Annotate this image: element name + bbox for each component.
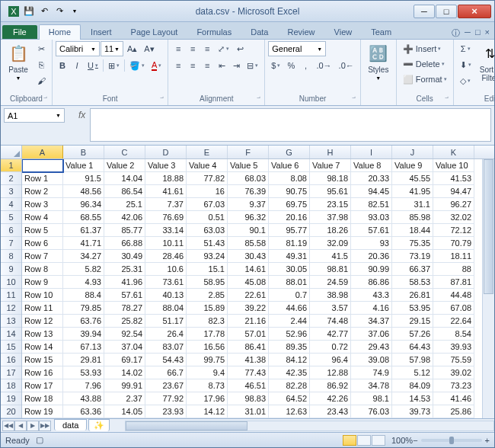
cell[interactable]: 14.02 [104, 366, 145, 379]
col-header[interactable]: E [187, 146, 228, 158]
col-header[interactable]: F [228, 146, 269, 158]
cell[interactable]: 85.98 [392, 211, 433, 224]
cell[interactable]: Value 1 [63, 159, 104, 172]
fill-color-button[interactable]: 🪣 [126, 58, 148, 73]
clear-icon[interactable]: ◇ [457, 73, 474, 88]
cell[interactable]: 57.61 [104, 289, 145, 302]
cell[interactable]: 48.56 [63, 185, 104, 198]
cell[interactable]: 87.81 [433, 276, 474, 289]
normal-view-icon[interactable] [343, 435, 356, 446]
cell[interactable]: 86.54 [104, 185, 145, 198]
cell[interactable]: 66.7 [145, 366, 187, 379]
cell[interactable]: 52.96 [269, 328, 310, 341]
cell[interactable]: 91.5 [63, 172, 104, 185]
align-left-icon[interactable]: ≡ [171, 58, 185, 73]
col-header[interactable]: D [145, 146, 187, 158]
cell[interactable]: 82.3 [187, 315, 228, 328]
vertical-scrollbar[interactable] [482, 159, 494, 418]
macro-record-icon[interactable]: ▢ [36, 435, 43, 445]
align-top-icon[interactable]: ≡ [171, 41, 185, 56]
cell[interactable]: 79.85 [63, 302, 104, 315]
cell[interactable]: 68.03 [228, 172, 269, 185]
cell[interactable]: 17.96 [187, 392, 228, 405]
cell[interactable]: Row 12 [22, 315, 63, 328]
cell[interactable]: 30.43 [228, 250, 269, 263]
decrease-indent-icon[interactable]: ⇤ [215, 58, 228, 73]
cell[interactable]: 67.03 [187, 198, 228, 211]
cell[interactable]: 15.89 [187, 302, 228, 315]
cell[interactable]: 8.54 [433, 328, 474, 341]
cell[interactable]: 82.28 [269, 379, 310, 392]
cell[interactable]: 43.88 [63, 392, 104, 405]
workbook-minimize-icon[interactable]: ─ [465, 27, 471, 39]
tab-team[interactable]: Team [362, 25, 401, 39]
cell[interactable]: 18.44 [392, 224, 433, 237]
decrease-decimal-icon[interactable]: .0← [336, 58, 357, 73]
cell[interactable]: 98.81 [310, 263, 351, 276]
cell[interactable]: 49.31 [269, 250, 310, 263]
cell[interactable]: 93.03 [351, 211, 392, 224]
increase-decimal-icon[interactable]: .0→ [313, 58, 334, 73]
cell[interactable]: 34.78 [351, 379, 392, 392]
sheet-tab[interactable]: data [54, 419, 87, 430]
cell[interactable]: 4.93 [63, 276, 104, 289]
font-name-selector[interactable]: Calibri▼ [56, 41, 100, 56]
cell[interactable]: 70.79 [433, 237, 474, 250]
cell[interactable]: 7.96 [63, 379, 104, 392]
cell[interactable]: Value 8 [351, 159, 392, 172]
cell[interactable]: 17.78 [187, 328, 228, 341]
cell[interactable]: 0.51 [187, 211, 228, 224]
align-right-icon[interactable]: ≡ [200, 58, 214, 73]
cell[interactable]: 2.44 [269, 315, 310, 328]
cell[interactable]: 73.19 [392, 250, 433, 263]
tab-view[interactable]: View [325, 25, 362, 39]
cell[interactable]: 9.37 [228, 198, 269, 211]
shrink-font-icon[interactable]: A▾ [141, 41, 157, 56]
cell[interactable]: Value 6 [269, 159, 310, 172]
cell[interactable]: Row 4 [22, 211, 63, 224]
cell[interactable]: Row 8 [22, 263, 63, 276]
formula-bar[interactable] [90, 108, 491, 142]
workbook-restore-icon[interactable]: □ [475, 27, 481, 39]
tab-insert[interactable]: Insert [81, 25, 121, 39]
cell[interactable]: Row 13 [22, 328, 63, 341]
cell[interactable]: 77.82 [187, 172, 228, 185]
cell[interactable]: 44.48 [433, 289, 474, 302]
cell[interactable]: 25.86 [433, 405, 474, 418]
ribbon-minimize-icon[interactable]: ⓘ [452, 27, 460, 39]
cell[interactable]: 39.94 [63, 328, 104, 341]
cell[interactable]: 77.92 [145, 392, 187, 405]
align-center-icon[interactable]: ≡ [186, 58, 200, 73]
cell[interactable]: 96.34 [63, 198, 104, 211]
cell[interactable]: 86.92 [310, 379, 351, 392]
cell[interactable]: Row 2 [22, 185, 63, 198]
cell[interactable]: 85.77 [104, 224, 145, 237]
cell[interactable]: 41.95 [392, 185, 433, 198]
cell[interactable]: 66.88 [104, 237, 145, 250]
cell[interactable]: 41.96 [104, 276, 145, 289]
cell[interactable]: 4.16 [351, 302, 392, 315]
tab-nav-next-icon[interactable]: ▶ [27, 421, 39, 431]
cell[interactable]: 39.22 [228, 302, 269, 315]
tab-data[interactable]: Data [241, 25, 277, 39]
orientation-icon[interactable]: ⤢ [215, 41, 232, 56]
cell[interactable]: 31.1 [392, 198, 433, 211]
qat-customize-icon[interactable]: ▼ [68, 5, 81, 18]
cell[interactable]: 51.17 [145, 315, 187, 328]
cell[interactable]: 39.08 [351, 354, 392, 366]
maximize-button[interactable]: □ [436, 5, 457, 18]
cell[interactable]: 64.43 [392, 341, 433, 354]
cell[interactable]: 76.69 [145, 211, 187, 224]
sort-filter-button[interactable]: ⇅ Sort & Filter [476, 41, 495, 84]
cell[interactable]: 30.49 [104, 250, 145, 263]
cell[interactable]: Row 3 [22, 198, 63, 211]
cell[interactable]: 94.45 [351, 185, 392, 198]
col-header[interactable]: K [433, 146, 474, 158]
cell[interactable]: 86.41 [228, 341, 269, 354]
cell[interactable]: Row 16 [22, 366, 63, 379]
cell[interactable]: 64.52 [269, 392, 310, 405]
cells-area[interactable]: Value 1Value 2Value 3Value 4Value 5Value… [22, 159, 494, 418]
align-middle-icon[interactable]: ≡ [186, 41, 200, 56]
tab-formulas[interactable]: Formulas [187, 25, 241, 39]
cell[interactable]: 53.95 [392, 302, 433, 315]
